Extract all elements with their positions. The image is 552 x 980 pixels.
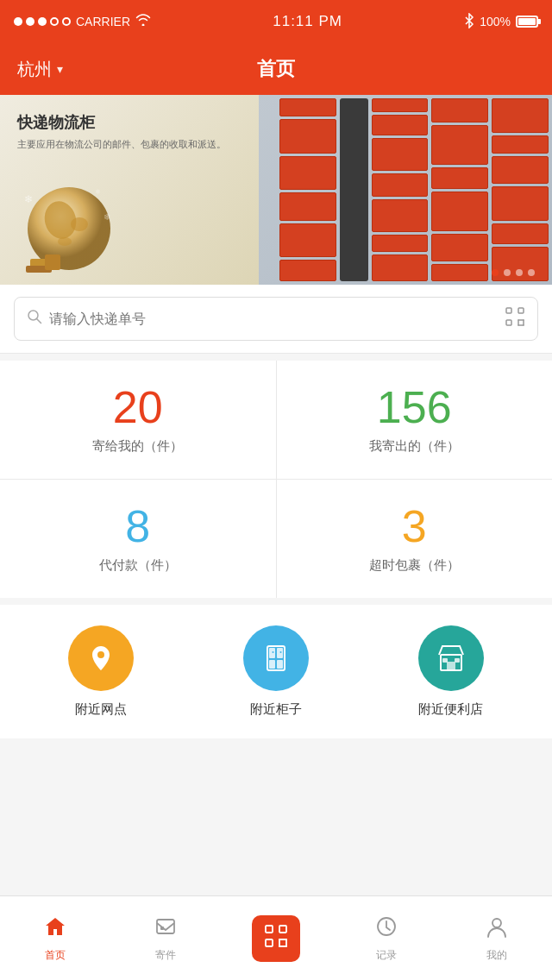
stat-incoming-label: 寄给我的（件） bbox=[92, 438, 183, 455]
banner-dot-3 bbox=[516, 269, 523, 276]
signal-dots bbox=[14, 17, 71, 26]
status-left: CARRIER bbox=[14, 14, 151, 29]
scan-tab-icon bbox=[252, 915, 300, 962]
svg-point-40 bbox=[492, 919, 501, 927]
nav-bar: 杭州 ▾ 首页 bbox=[0, 43, 552, 95]
svg-line-11 bbox=[37, 319, 41, 324]
svg-rect-21 bbox=[277, 648, 283, 658]
svg-rect-27 bbox=[447, 662, 455, 670]
svg-rect-28 bbox=[442, 658, 448, 663]
svg-rect-20 bbox=[269, 648, 275, 658]
nearby-locker-label: 附近柜子 bbox=[250, 701, 302, 718]
stat-incoming-number: 20 bbox=[113, 385, 163, 430]
tab-records-label: 记录 bbox=[376, 948, 397, 963]
tab-send-label: 寄件 bbox=[155, 948, 176, 963]
svg-rect-29 bbox=[455, 658, 460, 663]
banner: 快递物流柜 主要应用在物流公司的邮件、包裹的收取和派送。 ❄ ❄ bbox=[0, 95, 552, 285]
banner-dots bbox=[492, 269, 535, 276]
home-icon bbox=[43, 914, 67, 945]
banner-right bbox=[259, 95, 552, 285]
svg-rect-6 bbox=[45, 254, 60, 270]
battery-fill bbox=[518, 18, 536, 25]
nearby-locker-icon-circle bbox=[243, 625, 309, 691]
svg-rect-32 bbox=[266, 926, 273, 933]
stat-outgoing-label: 我寄出的（件） bbox=[369, 438, 460, 455]
dot1 bbox=[14, 17, 22, 26]
search-bar[interactable] bbox=[14, 297, 538, 341]
scan-icon[interactable] bbox=[505, 306, 525, 331]
svg-rect-12 bbox=[506, 308, 511, 313]
dot2 bbox=[26, 17, 34, 26]
nearby-convenience-icon-circle bbox=[418, 625, 484, 691]
svg-rect-30 bbox=[157, 920, 174, 933]
quick-nearby-convenience[interactable]: 附近便利店 bbox=[418, 625, 484, 718]
status-right: 100% bbox=[464, 13, 538, 31]
battery-icon bbox=[516, 16, 538, 28]
tab-profile-label: 我的 bbox=[486, 948, 507, 963]
profile-icon bbox=[485, 914, 509, 945]
tab-profile[interactable]: 我的 bbox=[442, 896, 552, 980]
nearby-convenience-label: 附近便利店 bbox=[418, 701, 483, 718]
chevron-down-icon: ▾ bbox=[57, 62, 63, 76]
svg-point-25 bbox=[279, 651, 281, 653]
tab-bar: 首页 寄件 bbox=[0, 895, 552, 980]
svg-rect-22 bbox=[269, 660, 275, 669]
locker-icon bbox=[260, 643, 292, 674]
svg-rect-13 bbox=[518, 308, 524, 313]
search-section bbox=[0, 285, 552, 354]
svg-rect-31 bbox=[160, 927, 164, 930]
stat-overdue[interactable]: 3 超时包裹（件） bbox=[277, 480, 553, 598]
svg-point-3 bbox=[58, 237, 72, 246]
stat-overdue-label: 超时包裹（件） bbox=[369, 557, 460, 574]
page-title: 首页 bbox=[257, 56, 295, 82]
svg-text:❄: ❄ bbox=[95, 188, 101, 196]
tab-send[interactable]: 寄件 bbox=[110, 896, 221, 980]
tab-home-label: 首页 bbox=[45, 948, 66, 963]
banner-left: 快递物流柜 主要应用在物流公司的邮件、包裹的收取和派送。 ❄ ❄ bbox=[0, 95, 259, 285]
stat-payment-label: 代付款（件） bbox=[99, 557, 177, 574]
banner-dot-2 bbox=[504, 269, 511, 276]
tab-records[interactable]: 记录 bbox=[331, 896, 442, 980]
banner-dot-4 bbox=[528, 269, 535, 276]
quick-nearby-locker[interactable]: 附近柜子 bbox=[243, 625, 309, 718]
status-time: 11:11 PM bbox=[273, 13, 342, 30]
city-selector[interactable]: 杭州 ▾ bbox=[17, 58, 63, 81]
svg-text:❄: ❄ bbox=[24, 193, 33, 205]
svg-rect-33 bbox=[279, 926, 286, 933]
city-name: 杭州 bbox=[17, 58, 52, 81]
svg-rect-23 bbox=[277, 660, 283, 669]
stat-payment-number: 8 bbox=[125, 504, 150, 549]
banner-title: 快递物流柜 bbox=[17, 112, 242, 133]
store-icon bbox=[436, 643, 467, 674]
quick-nearby-outlet[interactable]: 附近网点 bbox=[68, 625, 134, 718]
stats-row-2: 8 代付款（件） 3 超时包裹（件） bbox=[0, 480, 552, 598]
search-input[interactable] bbox=[49, 311, 498, 327]
svg-text:❄: ❄ bbox=[104, 212, 110, 222]
stat-outgoing-number: 156 bbox=[377, 385, 452, 430]
stats-row-1: 20 寄给我的（件） 156 我寄出的（件） bbox=[0, 361, 552, 480]
send-icon bbox=[154, 914, 178, 945]
dot5 bbox=[62, 17, 71, 26]
stat-outgoing[interactable]: 156 我寄出的（件） bbox=[277, 361, 553, 479]
locker-grid bbox=[276, 95, 552, 285]
wifi-icon bbox=[135, 14, 151, 29]
battery-percent: 100% bbox=[480, 15, 511, 28]
location-pin-icon bbox=[85, 643, 116, 674]
banner-dot-1 bbox=[492, 269, 499, 276]
tab-scan[interactable] bbox=[221, 896, 331, 980]
svg-point-24 bbox=[272, 651, 273, 653]
svg-point-2 bbox=[71, 217, 88, 231]
dot4 bbox=[50, 17, 59, 26]
dot3 bbox=[38, 17, 47, 26]
tab-home[interactable]: 首页 bbox=[0, 896, 110, 980]
bluetooth-icon bbox=[464, 13, 474, 31]
status-bar: CARRIER 11:11 PM 100% bbox=[0, 0, 552, 43]
stats-grid: 20 寄给我的（件） 156 我寄出的（件） 8 代付款（件） 3 超时包裹（件… bbox=[0, 361, 552, 598]
search-icon bbox=[27, 309, 42, 329]
stat-payment[interactable]: 8 代付款（件） bbox=[0, 480, 277, 598]
banner-subtitle: 主要应用在物流公司的邮件、包裹的收取和派送。 bbox=[17, 138, 242, 151]
stat-incoming[interactable]: 20 寄给我的（件） bbox=[0, 361, 277, 479]
carrier-label: CARRIER bbox=[76, 15, 130, 28]
globe-icon: ❄ ❄ ❄ bbox=[17, 173, 121, 276]
stat-overdue-number: 3 bbox=[402, 504, 427, 549]
